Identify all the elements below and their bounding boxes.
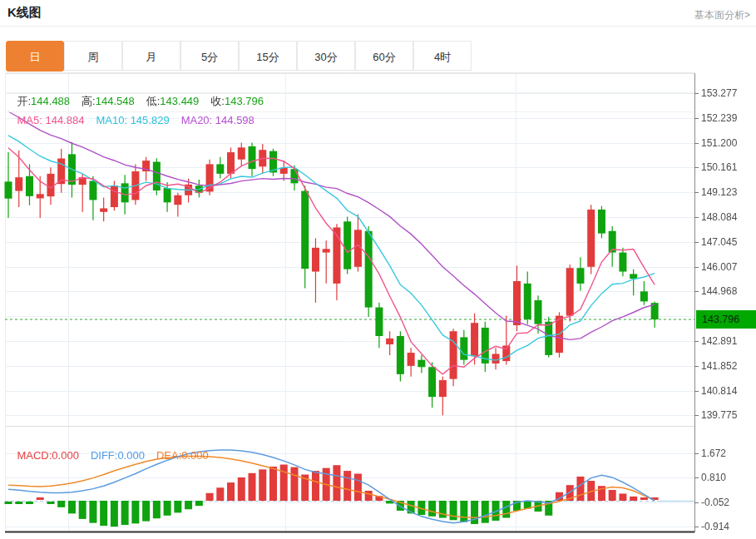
ma10-label: MA10: — [96, 114, 127, 126]
price-tick-label: 142.891 — [701, 335, 737, 347]
ma20-label: MA20: — [181, 114, 213, 126]
price-tick-label: 141.852 — [701, 360, 737, 372]
price-tick-label: 153.277 — [701, 87, 737, 99]
price-tick-label: 149.123 — [701, 186, 737, 198]
macd-label: MACD: — [17, 449, 52, 462]
dea-value: 0.000 — [181, 449, 209, 462]
diff-value: 0.000 — [117, 449, 145, 462]
macd-value: 0.000 — [52, 449, 79, 462]
macd-readout: MACD:0.000DIFF:0.000DEA:0.000 — [5, 428, 694, 447]
ma-readout: MA5: 144.884MA10: 145.829MA20: 144.598 — [5, 93, 694, 112]
price-tick-label: 150.161 — [701, 161, 737, 173]
ma10-value: 145.829 — [131, 114, 170, 126]
price-tick-label: 148.084 — [701, 211, 737, 223]
price-tick-label: 144.968 — [701, 285, 737, 297]
price-tick-label: 152.239 — [701, 112, 737, 124]
current-price-badge: 143.796 — [696, 310, 756, 329]
macd-tick-label: -0.914 — [701, 521, 729, 532]
ohlc-readout: 开:144.488高:144.548低:143.449收:143.796 — [5, 74, 694, 93]
price-tick-label: 140.814 — [701, 385, 737, 397]
ma20-value: 144.598 — [215, 114, 254, 126]
diff-label: DIFF: — [91, 449, 118, 462]
price-tick-label: 147.045 — [701, 236, 737, 248]
price-tick-label: 146.007 — [701, 261, 737, 273]
ma5-label: MA5: — [17, 114, 42, 126]
macd-tick-label: 0.810 — [701, 472, 726, 483]
price-tick-label: 139.775 — [701, 409, 737, 421]
price-tick-label: 151.200 — [701, 137, 737, 149]
macd-tick-label: 1.672 — [701, 448, 726, 459]
dea-label: DEA: — [156, 449, 181, 462]
macd-tick-label: -0.052 — [701, 497, 729, 508]
kline-app: K线图 基本面分析> 日周月5分15分30分60分4时 开:144.488高:1… — [0, 0, 756, 539]
